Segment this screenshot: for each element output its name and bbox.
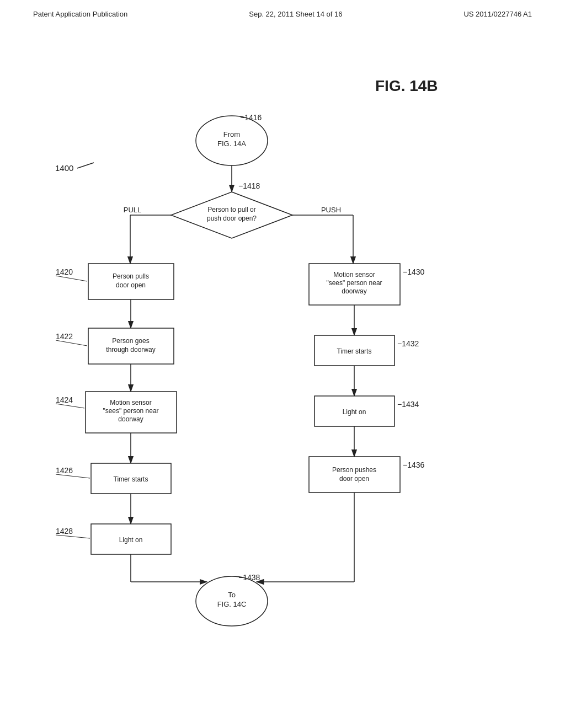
svg-text:FIG. 14C: FIG. 14C xyxy=(217,600,247,608)
svg-text:1424: 1424 xyxy=(56,395,73,404)
header-right: US 2011/0227746 A1 xyxy=(463,10,532,18)
svg-line-2 xyxy=(77,163,94,168)
svg-text:Motion sensor: Motion sensor xyxy=(110,399,151,406)
svg-text:1426: 1426 xyxy=(56,466,73,475)
svg-text:door open: door open xyxy=(116,281,146,289)
svg-text:doorway: doorway xyxy=(118,415,143,423)
svg-text:Timer starts: Timer starts xyxy=(114,475,148,483)
page: Patent Application Publication Sep. 22, … xyxy=(0,0,565,728)
svg-text:"sees" person near: "sees" person near xyxy=(103,407,158,415)
svg-line-28 xyxy=(56,340,87,346)
header: Patent Application Publication Sep. 22, … xyxy=(0,0,565,18)
svg-text:1400: 1400 xyxy=(55,163,73,173)
svg-text:−1418: −1418 xyxy=(238,181,260,190)
svg-text:1428: 1428 xyxy=(56,527,73,536)
svg-text:From: From xyxy=(223,130,240,138)
svg-text:Person pushes: Person pushes xyxy=(332,466,376,474)
svg-text:Timer starts: Timer starts xyxy=(337,347,372,355)
svg-text:PULL: PULL xyxy=(124,206,142,214)
svg-text:doorway: doorway xyxy=(342,287,366,295)
svg-text:"sees" person near: "sees" person near xyxy=(326,279,382,287)
svg-line-22 xyxy=(56,276,87,281)
svg-text:To: To xyxy=(228,591,236,599)
svg-text:Person to pull or: Person to pull or xyxy=(207,206,255,213)
svg-text:push door open?: push door open? xyxy=(207,215,257,222)
header-left: Patent Application Publication xyxy=(33,10,127,18)
svg-text:Light on: Light on xyxy=(343,408,366,416)
svg-text:PUSH: PUSH xyxy=(321,206,341,214)
svg-text:through doorway: through doorway xyxy=(106,346,155,354)
svg-text:Light on: Light on xyxy=(119,536,143,544)
header-middle: Sep. 22, 2011 Sheet 14 of 16 xyxy=(249,10,342,18)
svg-text:−1430: −1430 xyxy=(403,267,425,276)
svg-text:−1432: −1432 xyxy=(397,339,419,348)
svg-text:−1416: −1416 xyxy=(240,113,262,122)
svg-text:1422: 1422 xyxy=(56,332,73,341)
svg-line-40 xyxy=(56,474,90,478)
svg-text:Person goes: Person goes xyxy=(112,337,149,345)
svg-text:−1436: −1436 xyxy=(403,461,425,469)
svg-line-35 xyxy=(56,404,84,408)
svg-text:1420: 1420 xyxy=(56,267,73,276)
svg-text:Motion sensor: Motion sensor xyxy=(333,271,375,279)
svg-text:door open: door open xyxy=(339,475,369,483)
svg-text:−1438: −1438 xyxy=(238,573,260,582)
flowchart-svg: 1400 From FIG. 14A −1416 Person to pull … xyxy=(0,44,565,728)
svg-text:FIG. 14A: FIG. 14A xyxy=(217,140,246,148)
svg-text:Person pulls: Person pulls xyxy=(113,272,149,280)
diagram: 1400 From FIG. 14A −1416 Person to pull … xyxy=(0,44,565,728)
svg-text:−1434: −1434 xyxy=(397,400,419,409)
